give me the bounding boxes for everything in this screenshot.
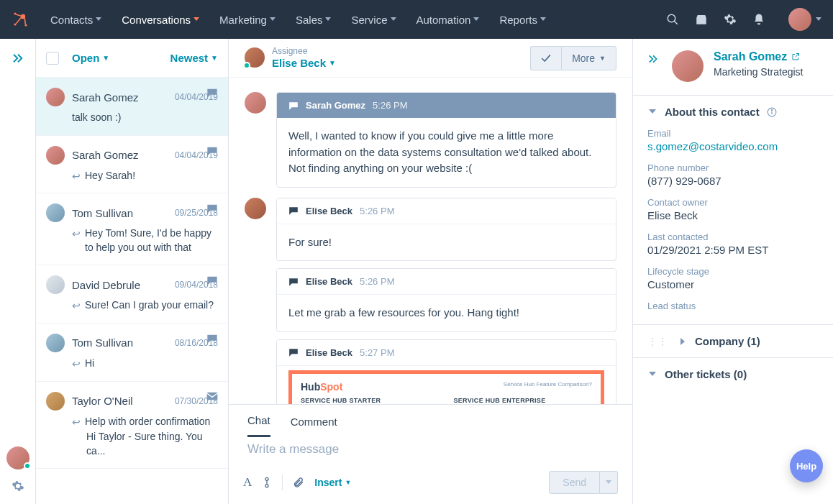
svg-point-11 — [265, 485, 268, 487]
lifecycle-value[interactable]: Customer — [647, 278, 819, 290]
contact-avatar-icon — [46, 203, 65, 222]
composer-tab-chat[interactable]: Chat — [247, 406, 270, 437]
section-toggle-tickets[interactable]: Other tickets (0) — [633, 358, 833, 390]
message-attachment[interactable]: Service Hub Feature Comparison? HubSpot … — [288, 370, 604, 405]
conversation-item[interactable]: Sarah Gomez 04/04/2019 talk soon :) — [36, 78, 228, 136]
collapse-sidebar-icon[interactable] — [647, 55, 659, 63]
more-actions-button[interactable]: More▼ — [561, 46, 616, 70]
nav-reports[interactable]: Reports — [489, 0, 556, 39]
attachment-paperclip-icon[interactable] — [293, 477, 304, 488]
status-dot-online-icon — [243, 62, 250, 69]
conversation-item[interactable]: Tom Sullivan 09/25/2018 ↩Hey Tom! Sure, … — [36, 193, 228, 265]
conversation-preview: talk soon :) — [72, 111, 121, 125]
email-value[interactable]: s.gomez@costarvideo.com — [647, 140, 819, 152]
reply-arrow-icon: ↩ — [72, 228, 81, 239]
message-avatar-icon — [245, 198, 266, 219]
svg-point-10 — [265, 477, 268, 480]
message-body: Well, I wanted to know if you could give… — [277, 118, 616, 187]
message-author: Elise Beck — [306, 276, 352, 287]
user-avatar-icon — [788, 8, 811, 31]
contact-title: Marketing Strategist — [714, 66, 804, 78]
search-icon[interactable] — [666, 13, 679, 26]
composer-tab-comment[interactable]: Comment — [291, 407, 337, 436]
nav-sales[interactable]: Sales — [286, 0, 342, 39]
messages-area: Sarah Gomez 5:26 PM Well, I wanted to kn… — [229, 78, 632, 404]
chat-panel: Assignee Elise Beck▼ More▼ Sarah Gomez — [229, 39, 633, 504]
nav-marketing[interactable]: Marketing — [209, 0, 286, 39]
nav-automation[interactable]: Automation — [406, 0, 490, 39]
send-button[interactable]: Send — [549, 471, 600, 494]
text-format-icon[interactable]: A — [243, 475, 252, 490]
select-all-checkbox[interactable] — [46, 52, 59, 65]
conversation-item[interactable]: Taylor O'Neil 07/30/2018 ↩Help with orde… — [36, 382, 228, 469]
message-avatar-icon — [245, 92, 266, 114]
chevron-down-icon — [325, 17, 331, 22]
chevron-down-icon — [391, 17, 396, 22]
assignee-avatar-icon — [245, 47, 265, 68]
drag-handle-icon[interactable]: ⋮⋮ — [647, 336, 668, 347]
phone-value[interactable]: (877) 929-0687 — [647, 175, 819, 187]
chevron-down-icon — [647, 372, 657, 377]
svg-point-15 — [771, 109, 772, 110]
status-dot-online-icon — [24, 462, 31, 469]
filter-status[interactable]: Open▼ — [72, 52, 109, 64]
marketplace-icon[interactable] — [695, 13, 708, 26]
chevron-down-icon: ▼ — [102, 54, 109, 62]
message-author: Elise Beck — [306, 206, 352, 216]
help-button[interactable]: Help — [790, 449, 823, 482]
conversation-name: Tom Sullivan — [72, 207, 168, 219]
filter-sort[interactable]: Newest▼ — [170, 52, 218, 64]
contact-name-link[interactable]: Sarah Gomez — [714, 50, 804, 63]
conversation-item[interactable]: Tom Sullivan 08/16/2018 ↩Hi — [36, 324, 228, 382]
chevron-down-icon — [540, 17, 546, 22]
send-options-button[interactable] — [600, 471, 618, 494]
link-icon[interactable] — [262, 477, 272, 488]
chevron-down-icon — [473, 17, 479, 22]
nav-contacts[interactable]: Contacts — [40, 0, 111, 39]
last-contacted-value: 01/29/2021 2:59 PM EST — [647, 244, 819, 256]
reply-arrow-icon: ↩ — [72, 300, 81, 311]
message-time: 5:26 PM — [373, 100, 407, 111]
conversation-name: Sarah Gomez — [72, 91, 168, 104]
chevron-down-icon: ▼ — [599, 55, 606, 62]
contact-avatar-icon — [46, 146, 65, 165]
chevron-down-icon: ▼ — [345, 479, 351, 486]
chat-channel-icon — [206, 275, 218, 285]
nav-conversations[interactable]: Conversations — [111, 0, 209, 39]
conversation-item[interactable]: Sarah Gomez 04/04/2019 ↩Hey Sarah! — [36, 136, 228, 194]
section-toggle-about[interactable]: About this contact — [633, 96, 833, 128]
attachment-col1-title: SERVICE HUB STARTER — [301, 397, 440, 404]
section-other-tickets: Other tickets (0) — [633, 357, 833, 390]
conversation-name: Tom Sullivan — [72, 336, 168, 349]
owner-value[interactable]: Elise Beck — [647, 209, 819, 221]
contact-avatar-icon — [672, 50, 704, 82]
message-bubble: Elise Beck 5:27 PM Service Hub Feature C… — [276, 339, 616, 405]
chat-channel-icon — [206, 334, 218, 344]
reply-arrow-icon: ↩ — [72, 358, 81, 370]
message-bubble: Elise Beck 5:26 PM For sure! — [276, 198, 616, 262]
hubspot-logo-icon — [12, 11, 29, 28]
settings-gear-icon[interactable] — [724, 13, 737, 26]
rail-settings-gear-icon[interactable] — [12, 480, 24, 492]
svg-point-7 — [668, 14, 675, 22]
message-group: Sarah Gomez 5:26 PM Well, I wanted to kn… — [245, 92, 616, 188]
reply-arrow-icon: ↩ — [72, 170, 81, 182]
field-owner: Contact owner Elise Beck — [647, 197, 819, 221]
rail-user-avatar[interactable] — [6, 446, 29, 469]
conversation-item[interactable]: David Debrule 09/04/2018 ↩Sure! Can I gr… — [36, 265, 228, 324]
section-toggle-company[interactable]: ⋮⋮ Company (1) — [633, 325, 833, 357]
contact-sidebar: Sarah Gomez Marketing Strategist About t… — [633, 39, 833, 504]
message-input[interactable] — [247, 442, 614, 457]
expand-rail-icon[interactable] — [12, 53, 24, 63]
nav-service[interactable]: Service — [341, 0, 406, 39]
svg-rect-9 — [207, 392, 218, 400]
mark-complete-button[interactable] — [530, 46, 561, 70]
assignee-selector[interactable]: Assignee Elise Beck▼ — [245, 46, 336, 69]
chat-icon — [288, 348, 299, 357]
insert-button[interactable]: Insert▼ — [314, 477, 351, 488]
external-link-icon — [791, 52, 800, 61]
info-icon[interactable] — [767, 107, 777, 117]
message-author: Elise Beck — [306, 347, 352, 358]
notification-bell-icon[interactable] — [752, 13, 765, 26]
account-menu[interactable] — [788, 8, 821, 31]
